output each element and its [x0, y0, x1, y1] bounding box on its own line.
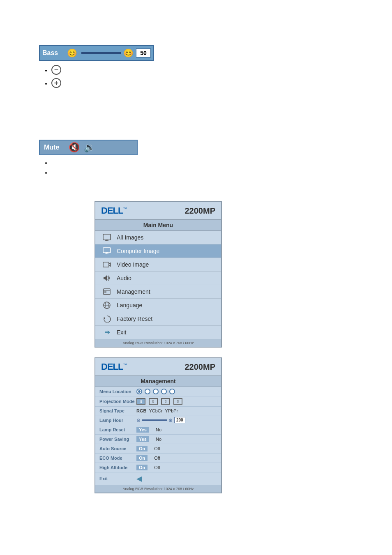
menu-location-value[interactable] — [136, 389, 217, 394]
projection-mode-value[interactable]: ▯ ▯ ▯ ▯ — [136, 398, 217, 405]
signal-rgb[interactable]: RGB — [136, 408, 146, 413]
eco-mode-value[interactable]: On Off — [136, 455, 217, 461]
projection-mode-label: Projection Mode — [99, 399, 136, 404]
menu-loc-radio-2[interactable] — [145, 389, 150, 394]
video-image-icon — [101, 260, 113, 269]
bass-slider-track[interactable] — [81, 52, 121, 54]
menu-loc-radio-3[interactable] — [153, 389, 159, 394]
menu-item-all-images[interactable]: All Images — [95, 231, 221, 244]
mgmt-exit-row[interactable]: Exit ◀ — [95, 472, 221, 485]
lamp-reset-yes[interactable]: Yes — [136, 427, 149, 433]
svg-marker-10 — [104, 275, 107, 281]
mgmt-dell-logo: DELL™ — [101, 362, 127, 372]
bass-label: Bass — [42, 49, 67, 57]
menu-loc-radio-5[interactable] — [169, 389, 175, 394]
svg-marker-17 — [103, 317, 105, 319]
menu-item-video-image[interactable]: Video Image — [95, 258, 221, 272]
svg-marker-9 — [109, 263, 111, 266]
proj-mode-1[interactable]: ▯ — [136, 398, 145, 405]
all-images-icon — [101, 233, 113, 242]
lamp-reset-no[interactable]: No — [156, 427, 161, 432]
factory-reset-label: Factory Reset — [117, 315, 152, 322]
mute-on-icon[interactable]: 🔉 — [84, 142, 95, 153]
bass-bullet-plus: + — [51, 78, 154, 88]
svg-rect-0 — [103, 234, 111, 240]
all-images-label: All Images — [117, 234, 143, 241]
bass-bullet-minus: − — [51, 65, 154, 75]
menu-loc-radio-1[interactable] — [136, 389, 142, 394]
lamp-decrease-icon[interactable]: ⊖ — [136, 417, 141, 423]
minus-icon[interactable]: − — [51, 65, 61, 75]
signal-ycbcr[interactable]: YCbCr — [149, 408, 162, 413]
auto-source-value[interactable]: On Off — [136, 446, 217, 451]
signal-type-row: Signal Type RGB YCbCr YPbPr — [95, 407, 221, 415]
auto-source-label: Auto Source — [99, 446, 136, 451]
factory-reset-icon — [101, 314, 113, 323]
power-saving-no[interactable]: No — [156, 437, 161, 442]
menu-item-management[interactable]: Management — [95, 285, 221, 299]
mute-off-icon[interactable]: 🔇 — [69, 142, 80, 153]
high-altitude-off[interactable]: Off — [154, 465, 160, 470]
menu-loc-radio-4[interactable] — [161, 389, 167, 394]
menu-location-label: Menu Location — [99, 389, 136, 394]
main-menu-osd: DELL™ 2200MP Main Menu All Images Comput… — [95, 201, 222, 348]
bass-slider-fill — [81, 52, 97, 54]
mgmt-exit-value[interactable]: ◀ — [136, 474, 217, 483]
proj-mode-3[interactable]: ▯ — [161, 398, 170, 405]
bass-control-bar: Bass 😊 😊 50 — [39, 45, 154, 61]
management-osd: DELL™ 2200MP Management Menu Location Pr… — [95, 357, 222, 493]
exit-label: Exit — [117, 329, 126, 336]
high-altitude-label: High Altitude — [99, 465, 136, 470]
osd-header: DELL™ 2200MP — [95, 202, 221, 220]
bass-value: 50 — [136, 48, 151, 58]
dell-logo: DELL™ — [101, 205, 127, 216]
mute-description-list — [51, 159, 138, 176]
language-label: Language — [117, 302, 142, 309]
proj-mode-2[interactable]: ▯ — [149, 398, 158, 405]
mgmt-title: Management — [95, 376, 221, 387]
auto-source-row: Auto Source On Off — [95, 444, 221, 454]
eco-mode-off[interactable]: Off — [154, 456, 160, 461]
signal-type-value[interactable]: RGB YCbCr YPbPr — [136, 408, 217, 413]
power-saving-value[interactable]: Yes No — [136, 436, 217, 442]
lamp-increase-icon[interactable]: ⊕ — [168, 417, 173, 423]
auto-source-on[interactable]: On — [136, 446, 148, 451]
power-saving-label: Power Saving — [99, 437, 136, 442]
bass-icon-right: 😊 — [123, 48, 134, 58]
signal-type-label: Signal Type — [99, 408, 136, 413]
lamp-value: 200 — [174, 417, 185, 423]
eco-mode-label: ECO Mode — [99, 456, 136, 461]
eco-mode-on[interactable]: On — [136, 455, 148, 461]
menu-item-factory-reset[interactable]: Factory Reset — [95, 312, 221, 326]
lamp-hour-value[interactable]: ⊖ ⊕ 200 — [136, 417, 185, 423]
lamp-reset-row: Lamp Reset Yes No — [95, 425, 221, 435]
osd-footer: Analog RGB Resolution: 1024 x 768 / 60Hz — [95, 339, 221, 347]
language-icon — [101, 301, 113, 310]
exit-icon — [101, 328, 113, 337]
power-saving-row: Power Saving Yes No — [95, 435, 221, 444]
projection-mode-row: Projection Mode ▯ ▯ ▯ ▯ — [95, 396, 221, 407]
audio-label: Audio — [117, 275, 131, 281]
mgmt-model-name: 2200MP — [185, 362, 216, 372]
high-altitude-value[interactable]: On Off — [136, 465, 217, 470]
menu-item-language[interactable]: Language — [95, 299, 221, 312]
menu-item-audio[interactable]: Audio — [95, 272, 221, 285]
auto-source-off[interactable]: Off — [154, 446, 160, 451]
menu-item-exit[interactable]: Exit — [95, 326, 221, 339]
lamp-slider-track[interactable] — [142, 419, 167, 421]
lamp-hour-row: Lamp Hour ⊖ ⊕ 200 — [95, 415, 221, 425]
osd-menu-title: Main Menu — [95, 220, 221, 231]
high-altitude-row: High Altitude On Off — [95, 463, 221, 472]
menu-item-computer-image[interactable]: Computer Image — [95, 244, 221, 258]
mgmt-exit-arrow-icon[interactable]: ◀ — [136, 474, 142, 483]
lamp-reset-value[interactable]: Yes No — [136, 427, 217, 433]
svg-rect-4 — [103, 248, 111, 253]
mute-bullet-2 — [51, 169, 138, 176]
model-name: 2200MP — [185, 206, 216, 216]
bass-icon-left: 😊 — [67, 48, 77, 58]
proj-mode-4[interactable]: ▯ — [173, 398, 182, 405]
high-altitude-on[interactable]: On — [136, 465, 148, 470]
power-saving-yes[interactable]: Yes — [136, 436, 149, 442]
signal-ypbpr[interactable]: YPbPr — [165, 408, 178, 413]
plus-icon[interactable]: + — [51, 78, 61, 88]
